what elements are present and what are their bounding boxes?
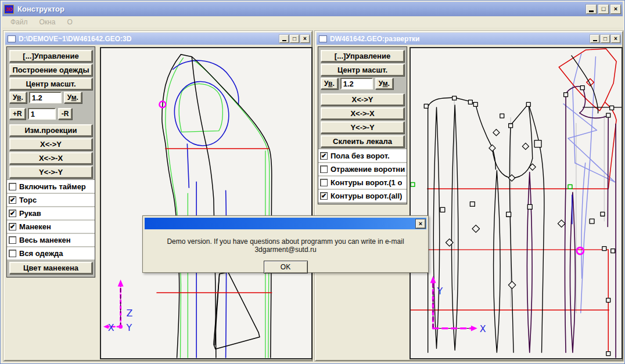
titlebar[interactable]: 3D Конструктор □ × bbox=[2, 2, 623, 16]
maximize-button[interactable]: □ bbox=[601, 35, 610, 43]
document-icon bbox=[319, 35, 327, 42]
checkbox-timer[interactable]: Включить таймер bbox=[7, 179, 95, 193]
checkbox-full-mannequin[interactable]: Весь манекен bbox=[7, 233, 95, 246]
app-window: 3D Конструктор □ × Файл Окна О D:\DEMOVE… bbox=[0, 0, 625, 364]
zoom-out-button[interactable]: Ум. bbox=[375, 78, 393, 89]
checkbox-collar-contours-one[interactable]: Контуры ворот.(1 о bbox=[318, 175, 407, 189]
zoom-value-input[interactable] bbox=[29, 92, 62, 103]
checkbox-torso[interactable]: ✔ Торс bbox=[7, 193, 95, 206]
viewport-patterns[interactable]: Y X bbox=[410, 47, 623, 359]
zoom-out-button[interactable]: Ум. bbox=[64, 92, 82, 103]
mirror-y-button[interactable]: Y<->-Y bbox=[9, 166, 92, 178]
mannequin-color-button[interactable]: Цвет манекена bbox=[9, 262, 92, 274]
mirror-x-button[interactable]: X<->-X bbox=[321, 107, 404, 120]
build-clothes-button[interactable]: Построение одежды bbox=[9, 64, 92, 76]
manage-button[interactable]: [...]Управление bbox=[321, 50, 404, 62]
checkbox-mannequin[interactable]: ✔ Манекен bbox=[7, 219, 95, 233]
minimize-button[interactable] bbox=[586, 5, 597, 14]
viewport-3d[interactable]: Z Y X bbox=[100, 47, 312, 359]
checkbox-front-no-collar[interactable]: ✔ Пола без ворот. bbox=[318, 149, 407, 162]
close-button[interactable]: × bbox=[611, 35, 620, 43]
maximize-button[interactable]: □ bbox=[598, 5, 609, 14]
menu-windows[interactable]: Окна bbox=[35, 17, 60, 27]
axis-label-y: Y bbox=[436, 286, 443, 297]
zoom-in-button[interactable]: Ув. bbox=[321, 78, 338, 89]
mirror-x-button[interactable]: X<->-X bbox=[9, 152, 92, 164]
window-patterns-titlebar[interactable]: DW461642.GEO:развертки □ × bbox=[317, 33, 622, 45]
checkbox-collar-mirror[interactable]: Отражение воротни bbox=[318, 162, 407, 175]
maximize-button[interactable]: □ bbox=[290, 35, 299, 43]
checkbox[interactable]: ✔ bbox=[320, 152, 328, 160]
window-3d-title: D:\DEMOVE~1\DW461642.GEO:3D bbox=[19, 35, 278, 43]
window-controls: □ × bbox=[586, 5, 621, 14]
checkbox[interactable] bbox=[320, 179, 328, 186]
window-patterns-title: DW461642.GEO:развертки bbox=[330, 35, 589, 43]
axis-label-x: X bbox=[108, 322, 114, 333]
dialog-titlebar[interactable]: × bbox=[145, 218, 426, 229]
zoom-row: Ув. Ум. bbox=[321, 78, 404, 89]
minimize-icon bbox=[589, 10, 594, 12]
minimize-button[interactable] bbox=[279, 35, 289, 43]
pattern-drawing: Y X bbox=[411, 48, 622, 358]
axis-label-x: X bbox=[480, 323, 486, 334]
window-patterns-view: DW461642.GEO:развертки □ × [...]Управлен… bbox=[315, 31, 623, 361]
garment-3d-drawing: Z Y X bbox=[101, 48, 311, 358]
zoom-row: Ув. Ум. bbox=[9, 92, 92, 103]
checkbox-sleeve[interactable]: ✔ Рукав bbox=[7, 206, 95, 219]
control-panel-3d: [...]Управление Построение одежды Центр … bbox=[6, 46, 95, 277]
axes-patterns bbox=[430, 276, 477, 331]
swap-xy-button[interactable]: X<->Y bbox=[9, 138, 92, 150]
checkbox-all-clothes[interactable]: Вся одежда bbox=[7, 246, 95, 260]
menubar: Файл Окна О bbox=[2, 16, 623, 28]
checkbox[interactable] bbox=[9, 183, 16, 190]
menu-file[interactable]: Файл bbox=[6, 17, 33, 27]
control-panel-patterns: [...]Управление Центр масшт. Ув. Ум. X<-… bbox=[318, 46, 407, 204]
checkbox[interactable]: ✔ bbox=[320, 192, 328, 200]
rotate-plus-button[interactable]: +R bbox=[9, 108, 26, 120]
minimize-button[interactable] bbox=[590, 35, 599, 43]
axis-label-y: Y bbox=[126, 322, 132, 333]
close-button[interactable]: × bbox=[610, 5, 621, 14]
axis-label-z: Z bbox=[127, 308, 133, 319]
minimize-icon bbox=[593, 40, 597, 41]
checkbox[interactable]: ✔ bbox=[9, 196, 16, 204]
window-title: Конструктор bbox=[17, 5, 586, 13]
checkbox[interactable]: ✔ bbox=[9, 210, 16, 217]
rotation-value-input[interactable] bbox=[28, 108, 56, 120]
zoom-in-button[interactable]: Ув. bbox=[9, 92, 27, 103]
glue-patterns-button[interactable]: Склеить лекала bbox=[321, 135, 404, 147]
checkbox[interactable]: ✔ bbox=[9, 223, 16, 230]
scale-center-button[interactable]: Центр масшт. bbox=[321, 64, 404, 76]
rotation-row: +R -R bbox=[9, 108, 92, 120]
checkbox[interactable] bbox=[320, 165, 328, 173]
mirror-y-button[interactable]: Y<->-Y bbox=[321, 121, 404, 134]
document-icon bbox=[8, 35, 16, 42]
change-projection-button[interactable]: Изм.проекции bbox=[9, 124, 92, 136]
dialog-message: Demo version. If you have questions abou… bbox=[145, 237, 426, 254]
window-3d-titlebar[interactable]: D:\DEMOVE~1\DW461642.GEO:3D □ × bbox=[5, 33, 311, 45]
ok-button[interactable]: OK bbox=[264, 261, 308, 273]
demo-dialog: × Demo version. If you have questions ab… bbox=[142, 215, 429, 273]
zoom-value-input[interactable] bbox=[340, 78, 373, 89]
minimize-icon bbox=[282, 40, 286, 41]
swap-xy-button[interactable]: X<->Y bbox=[321, 93, 404, 106]
menu-about[interactable]: О bbox=[62, 17, 77, 27]
checkbox[interactable] bbox=[9, 250, 16, 257]
manage-button[interactable]: [...]Управление bbox=[9, 50, 92, 62]
close-button[interactable]: × bbox=[300, 35, 310, 43]
app-icon: 3D bbox=[4, 5, 14, 14]
dialog-close-button[interactable]: × bbox=[416, 219, 425, 228]
rotate-minus-button[interactable]: -R bbox=[58, 108, 73, 120]
scale-center-button[interactable]: Центр масшт. bbox=[9, 78, 92, 90]
checkbox-collar-contours-all[interactable]: ✔ Контуры ворот.(all) bbox=[318, 189, 407, 202]
window-3d-view: D:\DEMOVE~1\DW461642.GEO:3D □ × [...]Упр… bbox=[3, 31, 312, 361]
checkbox[interactable] bbox=[9, 236, 16, 244]
